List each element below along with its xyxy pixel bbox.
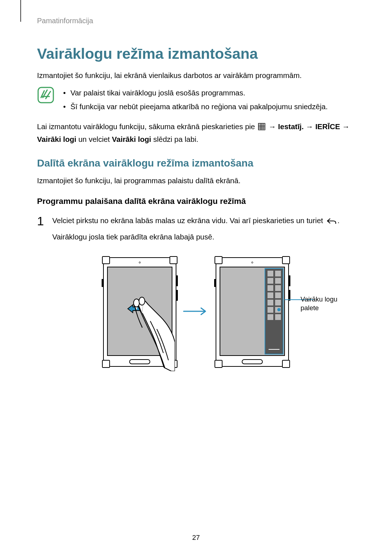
svg-rect-0	[38, 87, 53, 103]
device-left-wrap	[103, 257, 176, 367]
note-list: Var palaist tikai vairāklogu joslā esošā…	[61, 86, 328, 115]
note-box: Var palaist tikai vairāklogu joslā esošā…	[37, 86, 355, 115]
step-text-a: Velciet pirkstu no ekrāna labās malas uz…	[52, 216, 325, 225]
apps-grid-icon	[258, 122, 265, 134]
page-number: 27	[192, 534, 200, 542]
page-title: Vairāklogu režīma izmantošana	[37, 45, 355, 62]
document-side-marker	[20, 0, 21, 22]
section-body-split: Izmantojiet šo funkciju, lai programmas …	[37, 175, 355, 186]
section-heading-launch: Programmu palaišana dalītā ekrāna vairāk…	[37, 197, 355, 206]
swipe-left-arrow-icon	[127, 304, 142, 315]
step-body: Velciet pirkstu no ekrāna labās malas uz…	[52, 215, 339, 247]
navigation-path-text: Lai izmantotu vairāklogu funkciju, sākum…	[37, 121, 355, 145]
path-text-d: slēdzi pa labi.	[151, 135, 199, 143]
path-arrow: →	[266, 122, 278, 131]
path-arrow: →	[340, 122, 350, 131]
callout-line1: Vairāku logu	[301, 295, 337, 303]
multiwindow-palette	[265, 268, 283, 354]
path-multiwindow-a: Vairāki logi	[37, 135, 76, 143]
transition-arrow-icon	[183, 307, 209, 317]
step-text-b: .	[338, 216, 340, 225]
back-key-icon	[326, 216, 337, 228]
note-icon	[37, 86, 54, 105]
note-item: Šī funkcija var nebūt pieejama atkarībā …	[61, 101, 328, 112]
path-step-device: IERĪCE	[315, 122, 340, 131]
step-number: 1	[37, 215, 46, 247]
breadcrumb: Pamatinformācija	[37, 17, 355, 25]
path-text-b: un velciet	[76, 135, 112, 143]
path-arrow: →	[304, 122, 315, 131]
path-multiwindow-c: Vairāki logi	[112, 135, 151, 143]
callout-label: Vairāku logu palete	[301, 295, 337, 312]
device-right-wrap: Vairāku logu palete	[216, 257, 289, 367]
path-step-settings: Iestatīj.	[278, 122, 304, 131]
step-line-1: Velciet pirkstu no ekrāna labās malas uz…	[52, 215, 339, 228]
step-line-2: Vairāklogu josla tiek parādīta ekrāna la…	[52, 231, 339, 243]
section-heading-split: Dalītā ekrāna vairāklogu režīma izmantoš…	[37, 157, 355, 169]
page-content: Pamatinformācija Vairāklogu režīma izman…	[0, 0, 392, 367]
step-1: 1 Velciet pirkstu no ekrāna labās malas …	[37, 215, 355, 247]
note-item: Var palaist tikai vairāklogu joslā esošā…	[61, 87, 328, 99]
intro-paragraph: Izmantojiet šo funkciju, lai ekrānā vien…	[37, 70, 355, 81]
device-illustration-right	[216, 257, 289, 367]
device-illustration-left	[103, 257, 176, 367]
callout-line2: palete	[301, 304, 319, 312]
instruction-figure: Vairāku logu palete	[37, 257, 355, 367]
path-prefix: Lai izmantotu vairāklogu funkciju, sākum…	[37, 122, 257, 131]
